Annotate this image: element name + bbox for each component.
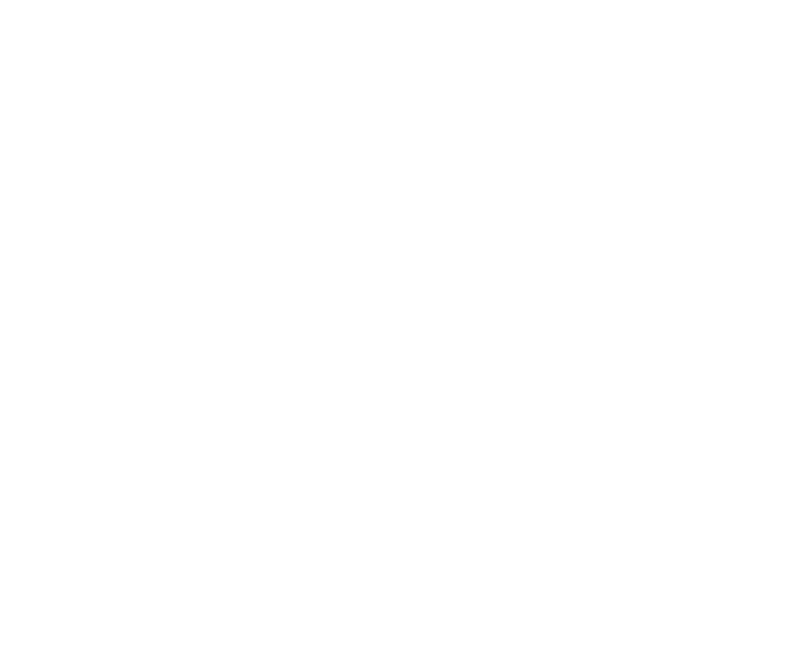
wiring-diagram [0, 0, 168, 84]
